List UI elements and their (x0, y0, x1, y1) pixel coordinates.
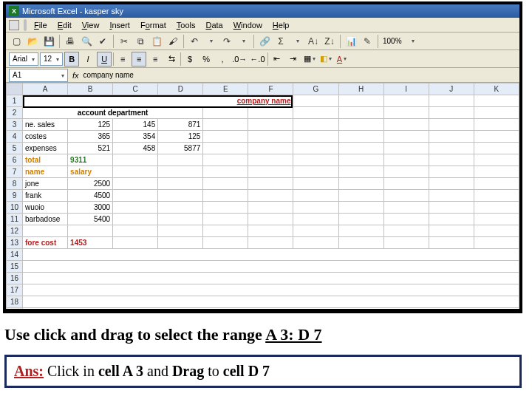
font-color-icon[interactable]: A (335, 52, 349, 66)
row-header[interactable]: 7 (7, 166, 23, 178)
select-all-corner[interactable] (7, 83, 23, 95)
col-header[interactable]: B (68, 83, 113, 95)
borders-icon[interactable]: ▦ (302, 52, 317, 66)
cell[interactable]: 5400 (68, 214, 113, 225)
col-header[interactable]: I (383, 83, 429, 95)
zoom-value[interactable]: 100% (381, 37, 403, 45)
cell-account-dept[interactable]: account department (23, 107, 203, 119)
sort-desc-icon[interactable]: Z↓ (322, 34, 337, 49)
open-icon[interactable]: 📂 (25, 34, 40, 49)
cell[interactable]: 125 (68, 119, 113, 131)
row-header[interactable]: 4 (7, 131, 23, 143)
cell-name-hdr[interactable]: name (23, 166, 68, 178)
font-combo[interactable]: Arial (9, 52, 38, 66)
cell[interactable]: 2500 (68, 178, 113, 190)
hyperlink-icon[interactable]: 🔗 (257, 34, 272, 49)
cell[interactable]: 458 (113, 143, 158, 154)
paste-icon[interactable]: 📋 (149, 34, 164, 49)
col-header[interactable]: H (338, 83, 383, 95)
decrease-decimal-icon[interactable]: ←.0 (249, 52, 265, 66)
undo-dropdown-icon[interactable] (203, 34, 218, 49)
cell-total-value[interactable]: 9311 (68, 154, 113, 166)
cell[interactable]: wuoio (23, 202, 68, 214)
redo-icon[interactable]: ↷ (219, 34, 234, 49)
align-right-icon[interactable]: ≡ (148, 52, 163, 66)
autosum-icon[interactable]: Σ (273, 34, 288, 49)
col-header[interactable]: E (203, 83, 248, 95)
cell[interactable]: jone (23, 178, 68, 190)
col-header[interactable]: D (158, 83, 203, 95)
cell[interactable]: 125 (158, 131, 203, 143)
print-icon[interactable]: 🖶 (63, 34, 78, 49)
cell[interactable]: barbadose (23, 214, 68, 225)
row-header[interactable]: 5 (7, 143, 23, 154)
row-header[interactable]: 6 (7, 154, 23, 166)
increase-indent-icon[interactable]: ⇥ (286, 52, 301, 66)
menu-file[interactable]: File (30, 19, 52, 31)
align-left-icon[interactable]: ≡ (115, 52, 130, 66)
italic-button[interactable]: I (81, 52, 95, 66)
cell[interactable]: 365 (68, 131, 113, 143)
currency-icon[interactable]: $ (183, 52, 197, 66)
format-painter-icon[interactable]: 🖌 (166, 34, 180, 49)
menu-data[interactable]: Data (201, 19, 227, 31)
col-header[interactable]: J (429, 83, 474, 95)
formula-value[interactable]: company name (83, 71, 134, 79)
fx-label[interactable]: fx (72, 71, 79, 80)
col-header[interactable]: G (293, 83, 338, 95)
name-box[interactable]: A1 (9, 69, 68, 82)
cell[interactable]: 3000 (68, 202, 113, 214)
redo-dropdown-icon[interactable] (236, 34, 250, 49)
print-preview-icon[interactable]: 🔍 (79, 34, 94, 49)
cell[interactable]: frank (23, 190, 68, 202)
row-header[interactable]: 18 (7, 296, 23, 308)
zoom-dropdown-icon[interactable] (405, 34, 420, 49)
menu-window[interactable]: Window (229, 19, 267, 31)
cell[interactable]: 521 (68, 143, 113, 154)
autosum-dropdown-icon[interactable] (290, 34, 304, 49)
cell-forecost-value[interactable]: 1453 (68, 237, 113, 249)
spreadsheet-grid[interactable]: A B C D E F G H I J K 1 company name (6, 83, 519, 309)
menu-format[interactable]: Format (136, 19, 171, 31)
cell-salary-hdr[interactable]: salary (68, 166, 113, 178)
row-header[interactable]: 11 (7, 214, 23, 225)
cell[interactable]: 354 (113, 131, 158, 143)
col-header[interactable]: F (248, 83, 293, 95)
cut-icon[interactable]: ✂ (117, 34, 132, 49)
fontsize-combo[interactable]: 12 (40, 52, 63, 66)
menu-tools[interactable]: Tools (172, 19, 200, 31)
decrease-indent-icon[interactable]: ⇤ (270, 52, 284, 66)
row-header[interactable]: 19 (7, 308, 23, 310)
cell-total-label[interactable]: total (23, 154, 68, 166)
row-header[interactable]: 17 (7, 284, 23, 296)
col-header[interactable]: A (23, 83, 68, 95)
menu-edit[interactable]: Edit (53, 19, 76, 31)
row-header[interactable]: 16 (7, 273, 23, 284)
cell[interactable]: ne. sales (23, 119, 68, 131)
row-header[interactable]: 13 (7, 237, 23, 249)
workbook-icon[interactable] (9, 20, 19, 30)
menu-help[interactable]: Help (268, 19, 294, 31)
chart-icon[interactable]: 📊 (344, 34, 358, 49)
cell[interactable]: 4500 (68, 190, 113, 202)
cell[interactable]: 145 (113, 119, 158, 131)
percent-icon[interactable]: % (199, 52, 214, 66)
row-header[interactable]: 1 (7, 95, 23, 107)
sort-asc-icon[interactable]: A↓ (306, 34, 321, 49)
col-header[interactable]: K (474, 83, 519, 95)
row-header[interactable]: 8 (7, 178, 23, 190)
comma-icon[interactable]: , (215, 52, 230, 66)
increase-decimal-icon[interactable]: .0→ (231, 52, 248, 66)
drawing-icon[interactable]: ✎ (360, 34, 375, 49)
cell[interactable]: expenses (23, 143, 68, 154)
row-header[interactable]: 10 (7, 202, 23, 214)
row-header[interactable]: 14 (7, 249, 23, 261)
row-header[interactable]: 12 (7, 225, 23, 237)
copy-icon[interactable]: ⧉ (133, 34, 148, 49)
underline-button[interactable]: U (97, 52, 112, 66)
row-header[interactable]: 3 (7, 119, 23, 131)
col-header[interactable]: C (113, 83, 158, 95)
cell[interactable]: 5877 (158, 143, 203, 154)
cell[interactable]: costes (23, 131, 68, 143)
cell-company-name[interactable]: company name (23, 95, 293, 107)
